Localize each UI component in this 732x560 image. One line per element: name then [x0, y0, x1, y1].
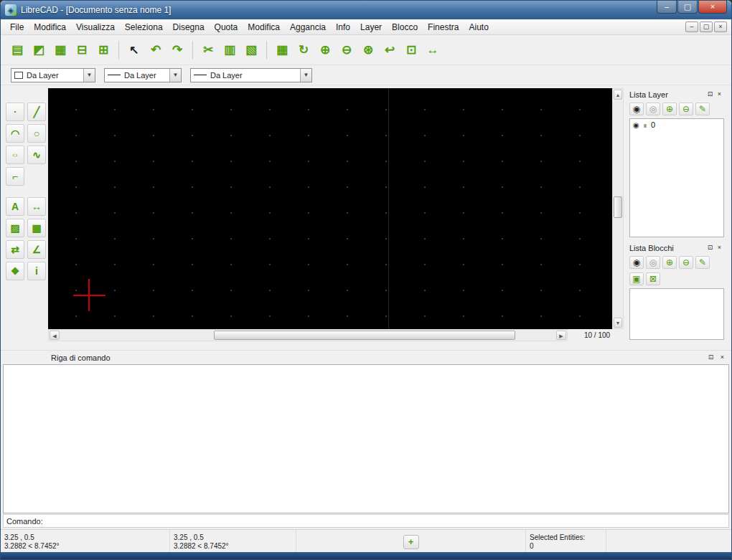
chevron-down-icon[interactable]: ▼ [83, 69, 95, 82]
line-type-combo[interactable]: Da Layer ▼ [190, 68, 312, 82]
zoom-in-button[interactable]: ⊕ [314, 39, 336, 61]
drawing-canvas[interactable] [48, 88, 612, 329]
float-dock-icon[interactable]: ⊡ [705, 243, 715, 252]
modify-tool-button[interactable]: ⇄ [6, 240, 24, 259]
chevron-down-icon[interactable]: ▼ [300, 69, 311, 82]
grid-button[interactable]: ▦ [271, 39, 293, 61]
scroll-right-icon[interactable]: ▶ [556, 331, 566, 340]
print-preview-button[interactable]: ⊞ [93, 39, 114, 61]
close-dock-icon[interactable]: × [715, 243, 724, 252]
paste-button[interactable]: ▧ [240, 39, 262, 61]
zoom-window-button[interactable]: ⊡ [400, 39, 422, 61]
select-button[interactable]: ↖ [123, 39, 145, 61]
menu-aiuto[interactable]: Aiuto [464, 21, 493, 34]
print-button[interactable]: ⊟ [71, 39, 93, 61]
scroll-left-icon[interactable]: ◀ [50, 331, 60, 340]
command-input[interactable]: Comando: [3, 514, 729, 528]
horizontal-scrollbar[interactable]: ◀ ▶ [48, 329, 568, 341]
open-button[interactable]: ◩ [28, 39, 50, 61]
maximize-button[interactable]: ▢ [677, 1, 698, 14]
vertical-scrollbar[interactable]: ▲ ▼ [612, 88, 624, 329]
add-block-button[interactable]: ⊕ [662, 256, 677, 269]
edit-block-button[interactable]: ✎ [695, 256, 710, 269]
menu-file[interactable]: File [5, 21, 29, 34]
hide-all-layers-button[interactable]: ◎ [646, 103, 660, 115]
menu-blocco[interactable]: Blocco [387, 21, 423, 34]
command-history[interactable] [3, 364, 729, 513]
zoom-previous-button[interactable]: ↩ [379, 39, 400, 61]
mdi-restore-button[interactable]: ▢ [700, 22, 713, 32]
mdi-close-button[interactable]: × [714, 22, 727, 32]
layer-list[interactable]: ◉ ∎ 0 [629, 118, 724, 237]
close-button[interactable]: × [698, 1, 727, 14]
line-tool-button[interactable]: ╱ [27, 103, 46, 121]
undo-button[interactable]: ↶ [145, 39, 166, 61]
polyline-tool-button[interactable]: ⌐ [6, 167, 24, 186]
menu-disegna[interactable]: Disegna [168, 21, 210, 34]
insert-block-button[interactable]: ⊠ [646, 272, 660, 285]
vertical-scroll-thumb[interactable] [614, 196, 622, 218]
block-list[interactable] [629, 288, 724, 340]
block-dock-header[interactable]: Lista Blocchi ⊡ × [627, 242, 727, 254]
save-button[interactable]: ▦ [50, 39, 71, 61]
title-bar[interactable]: ◈ LibreCAD - [Documento senza nome 1] – … [1, 1, 731, 19]
show-all-blocks-button[interactable]: ◉ [629, 256, 644, 269]
menu-info[interactable]: Info [331, 21, 355, 34]
menu-quota[interactable]: Quota [210, 21, 243, 34]
layer-lock-icon[interactable]: ∎ [643, 121, 647, 129]
float-dock-icon[interactable]: ⊡ [706, 353, 715, 362]
ellipse-tool-button[interactable]: ○ [6, 146, 24, 164]
point-tool-button[interactable]: ∙ [6, 103, 24, 121]
scroll-down-icon[interactable]: ▼ [614, 318, 622, 328]
hide-all-blocks-button[interactable]: ◎ [646, 256, 660, 269]
mdi-minimize-button[interactable]: – [685, 22, 698, 32]
block-tool-button[interactable]: ❖ [6, 262, 24, 280]
spline-tool-button[interactable]: ∿ [27, 146, 46, 164]
zoom-pan-button[interactable]: ↔ [422, 39, 444, 61]
close-dock-icon[interactable]: × [718, 353, 727, 362]
horizontal-scroll-thumb[interactable] [214, 331, 515, 340]
redraw-button[interactable]: ↻ [293, 39, 314, 61]
line-width-combo[interactable]: Da Layer ▼ [104, 68, 182, 82]
menu-finestra[interactable]: Finestra [423, 21, 464, 34]
copy-button[interactable]: ▥ [219, 39, 240, 61]
redo-button[interactable]: ↷ [166, 39, 188, 61]
edit-layer-button[interactable]: ✎ [695, 103, 710, 115]
print-preview-icon: ⊞ [98, 42, 108, 57]
add-layer-button[interactable]: ⊕ [662, 103, 677, 115]
insert-block-icon: ⊠ [649, 274, 657, 284]
snap-button[interactable]: + [403, 535, 419, 549]
remove-block-button[interactable]: ⊖ [679, 256, 693, 269]
menu-aggancia[interactable]: Aggancia [285, 21, 331, 34]
zoom-out-button[interactable]: ⊖ [336, 39, 357, 61]
hatch-tool-button[interactable]: ▨ [6, 219, 24, 237]
menu-modifica-2[interactable]: Modifica [243, 21, 285, 34]
layer-dock-header[interactable]: Lista Layer ⊡ × [627, 88, 727, 100]
close-dock-icon[interactable]: × [715, 90, 724, 99]
menu-modifica[interactable]: Modifica [29, 21, 71, 34]
new-button[interactable]: ▤ [6, 39, 28, 61]
image-tool-button[interactable]: ▦ [27, 219, 46, 237]
show-all-layers-button[interactable]: ◉ [629, 103, 644, 115]
menu-layer[interactable]: Layer [355, 21, 387, 34]
arc-tool-button[interactable]: ◠ [6, 124, 24, 143]
circle-tool-button[interactable]: ○ [27, 124, 46, 143]
minimize-button[interactable]: – [657, 1, 677, 14]
layer-row[interactable]: ◉ ∎ 0 [630, 119, 723, 130]
float-dock-icon[interactable]: ⊡ [705, 90, 715, 99]
zoom-auto-button[interactable]: ⊛ [357, 39, 379, 61]
remove-layer-button[interactable]: ⊖ [679, 103, 693, 115]
command-dock-header[interactable]: Riga di comando ⊡ × [1, 350, 731, 364]
info-tool-button[interactable]: i [27, 262, 46, 280]
menu-seleziona[interactable]: Seleziona [120, 21, 168, 34]
scroll-up-icon[interactable]: ▲ [614, 90, 622, 100]
create-block-button[interactable]: ▣ [629, 272, 644, 285]
color-combo[interactable]: Da Layer ▼ [11, 68, 95, 82]
dimension-tool-button[interactable]: ↔ [27, 197, 46, 216]
chevron-down-icon[interactable]: ▼ [169, 69, 181, 82]
menu-visualizza[interactable]: Visualizza [71, 21, 120, 34]
text-tool-button[interactable]: A [6, 197, 24, 216]
layer-visibility-icon[interactable]: ◉ [633, 121, 639, 129]
cut-button[interactable]: ✂ [197, 39, 219, 61]
measure-tool-button[interactable]: ∠ [27, 240, 46, 259]
